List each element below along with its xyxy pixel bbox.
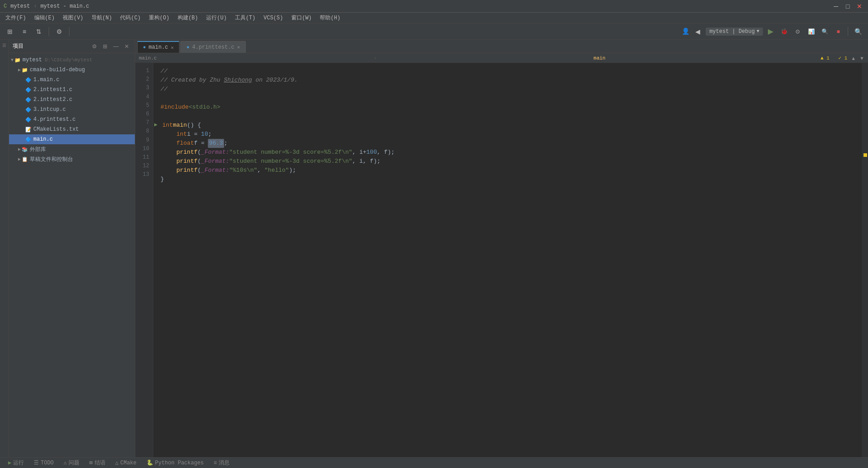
file-icon-2inttest1: 🔷: [25, 87, 32, 93]
menu-help[interactable]: 帮助(H): [316, 13, 344, 23]
title-bar-left: C mytest › mytest - main.c: [4, 3, 89, 9]
menu-navigate[interactable]: 导航(N): [88, 13, 116, 23]
tool-tab-messages[interactable]: ≡ 消息: [209, 458, 234, 468]
tool-tab-problems[interactable]: ⚠ 问题: [59, 458, 84, 468]
maximize-button[interactable]: □: [843, 1, 853, 11]
external-lib-icon: 📚: [22, 147, 28, 152]
tree-item-2inttest2[interactable]: 🔷 2.inttest2.c: [9, 95, 135, 105]
tree-label-1main: 1.main.c: [33, 77, 60, 83]
tool-tab-cmake-icon: △: [115, 459, 119, 466]
toolbar-sort[interactable]: ⇅: [32, 25, 45, 38]
tree-arrow-scratch: ▶: [18, 156, 21, 162]
tool-tab-python[interactable]: 🐍 Python Packages: [142, 458, 208, 468]
editor-area: ● main.c ✕ ● 4.printtest.c ✕ main.c › ma…: [135, 40, 868, 457]
menu-code[interactable]: 代码(C): [116, 13, 144, 23]
tool-tab-python-icon: 🐍: [147, 459, 153, 466]
breadcrumb-function[interactable]: main: [593, 55, 605, 61]
minimize-button[interactable]: ─: [831, 1, 841, 11]
debug-button[interactable]: 🐞: [778, 26, 790, 37]
tree-item-main[interactable]: 🔷 main.c: [9, 134, 135, 144]
menu-vcs[interactable]: VCS(S): [260, 14, 286, 22]
breadcrumb-bar: main.c › main ▲ 1 ✓ 1 ▲ ▼: [135, 53, 868, 63]
title-bar-right: ─ □ ✕: [831, 1, 864, 11]
file-icon-4printtest: 🔷: [25, 117, 32, 123]
breadcrumb-expand[interactable]: ▲: [851, 55, 856, 61]
tab-4printtest[interactable]: ● 4.printtest.c ✕: [180, 41, 246, 53]
toolbar-back[interactable]: ◀: [691, 25, 704, 38]
tree-item-4printtest[interactable]: 🔷 4.printtest.c: [9, 115, 135, 124]
menu-refactor[interactable]: 重构(O): [145, 13, 173, 23]
menu-run[interactable]: 运行(U): [202, 13, 230, 23]
tab-main-c[interactable]: ● main.c ✕: [137, 41, 179, 53]
tree-arrow-cmake: ▶: [18, 67, 21, 73]
project-panel-title: 项目: [13, 42, 88, 50]
tree-item-root[interactable]: ▼ 📁 mytest D:\CStudy\mytest: [9, 55, 135, 65]
tool-tab-messages-label: 消息: [219, 459, 230, 467]
breadcrumb-collapse[interactable]: ▼: [859, 55, 864, 61]
menu-view[interactable]: 视图(V): [59, 13, 87, 23]
menu-edit[interactable]: 编辑(E): [31, 13, 59, 23]
menu-tools[interactable]: 工具(T): [231, 13, 259, 23]
code-line-9: float f = 96.3;: [161, 139, 862, 148]
tree-item-external[interactable]: ▶ 📚 外部库: [9, 144, 135, 154]
coverage-button[interactable]: ⊙: [792, 26, 804, 37]
project-panel-gear[interactable]: ⚙: [90, 42, 99, 51]
tree-item-scratch[interactable]: ▶ 📋 草稿文件和控制台: [9, 154, 135, 164]
tree-item-1main[interactable]: 🔷 1.main.c: [9, 75, 135, 85]
tab-4printtest-close[interactable]: ✕: [237, 44, 240, 50]
code-line-8: int i = 10;: [161, 130, 862, 139]
menu-window[interactable]: 窗口(W): [288, 13, 316, 23]
valgrind-button[interactable]: 🔍: [819, 26, 831, 37]
code-line-7: int main() {: [161, 121, 862, 130]
tool-tab-terminal[interactable]: ⊞ 结语: [85, 458, 110, 468]
tree-item-2inttest1[interactable]: 🔷 2.inttest1.c: [9, 85, 135, 95]
code-line-5: #include <stdio.h>: [161, 103, 862, 112]
tab-main-c-label: main.c: [149, 44, 168, 50]
tree-item-cmake-build[interactable]: ▶ 📁 cmake-build-debug: [9, 65, 135, 75]
tool-tab-messages-icon: ≡: [214, 460, 217, 466]
menu-build[interactable]: 构建(B): [174, 13, 202, 23]
run-button[interactable]: ▶: [765, 26, 776, 37]
toolbar-project-structure[interactable]: ⊞: [4, 25, 16, 38]
file-icon-cmake: 📝: [25, 127, 32, 133]
title-bar: C mytest › mytest - main.c ─ □ ✕: [0, 0, 868, 13]
bottom-tool-tabs: ▶ 运行 ☰ TODO ⚠ 问题 ⊞ 结语 △ CMake 🐍 Python P…: [0, 457, 868, 468]
project-panel-collapse[interactable]: —: [111, 42, 120, 51]
tree-label-3intcup: 3.intcup.c: [33, 106, 66, 113]
tool-tab-todo[interactable]: ☰ TODO: [29, 458, 58, 468]
tool-tab-run[interactable]: ▶ 运行: [4, 458, 28, 468]
tab-4printtest-label: 4.printtest.c: [192, 44, 234, 50]
title-separator: ›: [33, 3, 37, 9]
toolbar-settings[interactable]: ⚙: [53, 25, 65, 38]
code-line-10: printf(_Format: "student number=%-3d sco…: [161, 148, 862, 157]
sidebar-icon-1[interactable]: ☰: [0, 41, 9, 50]
run-config-selector[interactable]: mytest | Debug ▼: [706, 28, 763, 36]
breadcrumb-separator: ›: [374, 55, 377, 61]
toolbar-search[interactable]: 🔍: [852, 25, 864, 38]
close-button[interactable]: ✕: [854, 1, 864, 11]
stop-button[interactable]: ■: [832, 26, 844, 37]
tool-tab-terminal-label: 结语: [95, 459, 106, 467]
project-panel-close[interactable]: ✕: [122, 42, 131, 51]
profile-button[interactable]: 📊: [805, 26, 817, 37]
menu-file[interactable]: 文件(F): [2, 13, 30, 23]
tool-tab-cmake[interactable]: △ CMake: [111, 458, 141, 468]
tree-item-3intcup[interactable]: 🔷 3.intcup.c: [9, 105, 135, 115]
sidebar-icons: ☰: [0, 40, 9, 457]
toolbar-list-view[interactable]: ≡: [18, 25, 31, 38]
project-panel-expand[interactable]: ⊞: [101, 42, 110, 51]
tool-tab-terminal-icon: ⊞: [89, 459, 92, 466]
tree-label-cmakelists: CMakeLists.txt: [33, 126, 79, 133]
code-line-6: [161, 112, 862, 121]
code-content[interactable]: ▶ // // Created by Zhu Shichong on 2023/…: [153, 63, 862, 457]
code-line-3: //: [161, 85, 862, 94]
tree-path-root: D:\CStudy\mytest: [45, 57, 92, 63]
code-editor[interactable]: 1 2 3 4 5 6 7 8 9 10 11 12 13 ▶ // // Cr…: [135, 63, 868, 457]
code-line-11: printf(_Format: "student number=%-3d sco…: [161, 157, 862, 166]
right-gutter: [862, 63, 868, 457]
tree-label-external: 外部库: [30, 146, 46, 153]
tab-main-c-close[interactable]: ✕: [171, 45, 174, 50]
tree-item-cmakelists[interactable]: 📝 CMakeLists.txt: [9, 124, 135, 134]
tree-label-scratch: 草稿文件和控制台: [30, 156, 73, 163]
tool-tab-problems-icon: ⚠: [64, 459, 67, 466]
